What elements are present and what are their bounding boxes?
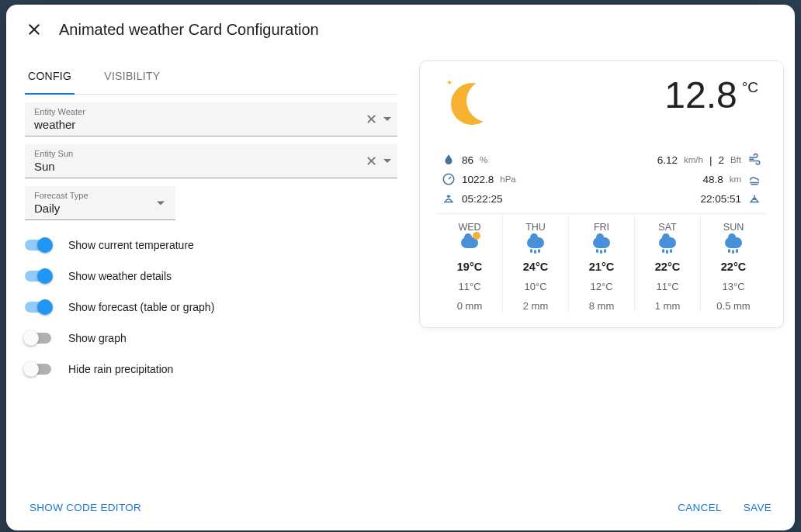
config-form: CONFIG VISIBILITY Entity Weater weather … (25, 47, 397, 489)
temp-unit: °C (742, 79, 758, 96)
forecast-day: FRI21°C12°C8 mm (568, 214, 634, 312)
dialog-header: Animated weather Card Configuration (6, 5, 795, 47)
forecast-day: SUN22°C13°C0.5 mm (700, 214, 766, 312)
toggle-show-temp: Show current temperature (25, 239, 397, 251)
switch[interactable] (25, 333, 51, 344)
toggle-show-forecast: Show forecast (table or graph) (25, 301, 397, 313)
day-low: 10°C (505, 281, 567, 292)
weather-card-preview: ✦ ✦ 12.8 °C 86% (419, 60, 784, 328)
toggle-hide-rain: Hide rain precipitation (25, 363, 397, 375)
wind-icon (747, 153, 761, 167)
field-label: Entity Sun (34, 149, 366, 158)
field-value: Sun (34, 158, 366, 173)
toggle-label: Show graph (68, 332, 127, 344)
water-drop-icon (442, 153, 456, 167)
cancel-button[interactable]: CANCEL (678, 502, 722, 513)
chevron-down-icon[interactable] (157, 201, 165, 205)
switch[interactable] (25, 271, 51, 282)
chevron-down-icon[interactable] (383, 159, 391, 163)
chevron-down-icon[interactable] (383, 117, 391, 121)
toggle-label: Show weather details (68, 270, 172, 282)
field-value: weather (34, 116, 366, 131)
config-dialog: Animated weather Card Configuration CONF… (6, 5, 795, 530)
day-high: 22°C (636, 261, 699, 273)
day-label: SUN (702, 222, 765, 233)
forecast-type-select[interactable]: Forecast Type Daily (25, 186, 175, 220)
day-label: FRI (570, 222, 633, 233)
sunset-row: 22:05:51 (700, 192, 761, 206)
forecast-icon (570, 237, 633, 256)
forecast-day: SAT22°C11°C1 mm (634, 214, 700, 312)
forecast-table: WED19°C11°C0 mmTHU24°C10°C2 mmFRI21°C12°… (437, 213, 766, 312)
toggle-label: Show current temperature (68, 239, 194, 251)
gauge-icon (442, 172, 456, 186)
tabs: CONFIG VISIBILITY (25, 60, 397, 95)
field-value: Daily (34, 200, 166, 215)
toggle-show-graph: Show graph (25, 332, 397, 344)
day-rain: 0 mm (439, 300, 501, 312)
clear-icon[interactable]: ✕ (366, 154, 377, 168)
toggle-label: Hide rain precipitation (68, 363, 173, 375)
toggle-show-details: Show weather details (25, 270, 397, 282)
day-low: 13°C (702, 281, 765, 292)
wind-row: 6.12km/h | 2Bft (637, 153, 761, 167)
day-high: 21°C (570, 261, 633, 273)
day-high: 24°C (505, 261, 567, 273)
switch[interactable] (25, 240, 51, 250)
tab-visibility[interactable]: VISIBILITY (101, 60, 163, 94)
switch[interactable] (25, 302, 51, 313)
entity-sun-field[interactable]: Entity Sun Sun ✕ (25, 144, 397, 178)
day-rain: 0.5 mm (702, 300, 765, 312)
forecast-day: WED19°C11°C0 mm (437, 214, 502, 312)
forecast-day: THU24°C10°C2 mm (502, 214, 568, 312)
fog-icon (747, 172, 761, 186)
entity-weather-field[interactable]: Entity Weater weather ✕ (25, 102, 397, 136)
temp-value: 12.8 (664, 77, 737, 114)
weather-details: 86% 1022.8hPa 05:22:25 (437, 153, 766, 206)
moon-icon: ✦ ✦ (445, 77, 499, 131)
field-label: Forecast Type (34, 191, 166, 200)
tab-config[interactable]: CONFIG (25, 60, 75, 95)
sunrise-row: 05:22:25 (442, 192, 516, 206)
day-rain: 1 mm (636, 300, 699, 312)
current-temperature: 12.8 °C (664, 77, 758, 114)
day-rain: 2 mm (505, 300, 567, 312)
pressure-row: 1022.8hPa (442, 172, 516, 186)
save-button[interactable]: SAVE (744, 502, 772, 513)
day-high: 19°C (439, 261, 501, 273)
day-low: 11°C (439, 281, 501, 292)
day-rain: 8 mm (570, 300, 633, 312)
visibility-row: 48.8km (702, 172, 761, 186)
forecast-icon (702, 237, 765, 256)
day-low: 12°C (570, 281, 633, 292)
forecast-icon (505, 237, 567, 256)
humidity-row: 86% (442, 153, 516, 167)
forecast-icon (636, 237, 699, 256)
day-label: WED (439, 222, 501, 233)
day-low: 11°C (636, 281, 699, 292)
dialog-footer: SHOW CODE EDITOR CANCEL SAVE (6, 489, 795, 530)
wind-arrow-icon (637, 153, 651, 167)
day-high: 22°C (702, 261, 765, 273)
close-icon[interactable] (25, 20, 43, 39)
switch[interactable] (25, 364, 51, 375)
forecast-icon (439, 237, 501, 256)
clear-icon[interactable]: ✕ (366, 112, 377, 126)
sunrise-icon (442, 192, 456, 206)
dialog-title: Animated weather Card Configuration (59, 21, 319, 39)
toggle-label: Show forecast (table or graph) (68, 301, 214, 313)
sunset-icon (747, 192, 761, 206)
day-label: THU (505, 222, 567, 233)
day-label: SAT (636, 222, 699, 233)
show-code-editor-button[interactable]: SHOW CODE EDITOR (29, 502, 141, 513)
field-label: Entity Weater (34, 107, 366, 116)
